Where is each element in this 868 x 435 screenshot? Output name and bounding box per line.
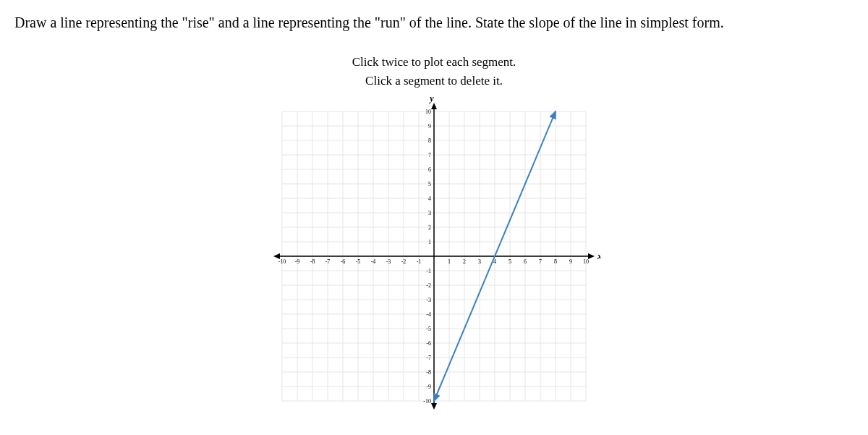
coordinate-plane[interactable]: -10-9-8-7-6-5-4-3-2-112345678910-10-9-8-…: [268, 97, 600, 415]
instruction-line-1: Click twice to plot each segment.: [14, 53, 854, 72]
question-text: Draw a line representing the "rise" and …: [14, 14, 854, 31]
svg-marker-46: [431, 103, 437, 109]
svg-text:-7: -7: [426, 355, 431, 361]
svg-text:-9: -9: [295, 258, 300, 265]
instructions: Click twice to plot each segment. Click …: [14, 53, 854, 90]
svg-text:x: x: [597, 251, 600, 261]
svg-text:-3: -3: [386, 258, 391, 265]
svg-text:3: 3: [478, 258, 481, 265]
svg-text:7: 7: [539, 258, 542, 265]
svg-text:-1: -1: [426, 268, 431, 274]
svg-text:10: 10: [583, 258, 589, 265]
svg-text:-2: -2: [401, 258, 407, 265]
svg-text:6: 6: [428, 166, 431, 173]
svg-text:-8: -8: [310, 258, 315, 265]
svg-text:9: 9: [428, 123, 431, 130]
svg-text:2: 2: [463, 258, 466, 265]
svg-text:2: 2: [428, 224, 431, 231]
svg-text:-6: -6: [341, 258, 346, 265]
svg-text:-5: -5: [356, 258, 361, 265]
svg-text:-4: -4: [426, 311, 431, 318]
instruction-line-2: Click a segment to delete it.: [14, 72, 854, 90]
svg-text:3: 3: [428, 210, 431, 216]
svg-text:y: y: [428, 97, 434, 104]
svg-text:-6: -6: [426, 340, 431, 347]
svg-marker-47: [431, 403, 437, 410]
svg-text:-7: -7: [326, 258, 331, 265]
svg-text:-3: -3: [426, 297, 431, 303]
svg-text:1: 1: [448, 258, 451, 265]
svg-text:-10: -10: [423, 398, 431, 405]
svg-text:6: 6: [524, 258, 527, 265]
svg-text:8: 8: [554, 258, 557, 265]
chart-container: -10-9-8-7-6-5-4-3-2-112345678910-10-9-8-…: [14, 97, 854, 415]
svg-text:-4: -4: [371, 258, 376, 265]
svg-text:-8: -8: [426, 369, 431, 376]
svg-text:5: 5: [428, 181, 431, 187]
svg-text:-2: -2: [426, 282, 431, 289]
svg-marker-44: [588, 253, 595, 259]
svg-text:-9: -9: [426, 384, 431, 390]
svg-text:1: 1: [428, 239, 431, 245]
svg-text:4: 4: [428, 195, 431, 202]
svg-text:10: 10: [425, 109, 431, 115]
svg-text:-1: -1: [417, 258, 422, 265]
svg-text:8: 8: [428, 138, 431, 144]
svg-text:9: 9: [569, 258, 572, 265]
svg-text:-10: -10: [278, 258, 286, 265]
svg-text:5: 5: [509, 258, 511, 265]
svg-text:-5: -5: [426, 326, 431, 332]
svg-text:7: 7: [428, 152, 431, 159]
